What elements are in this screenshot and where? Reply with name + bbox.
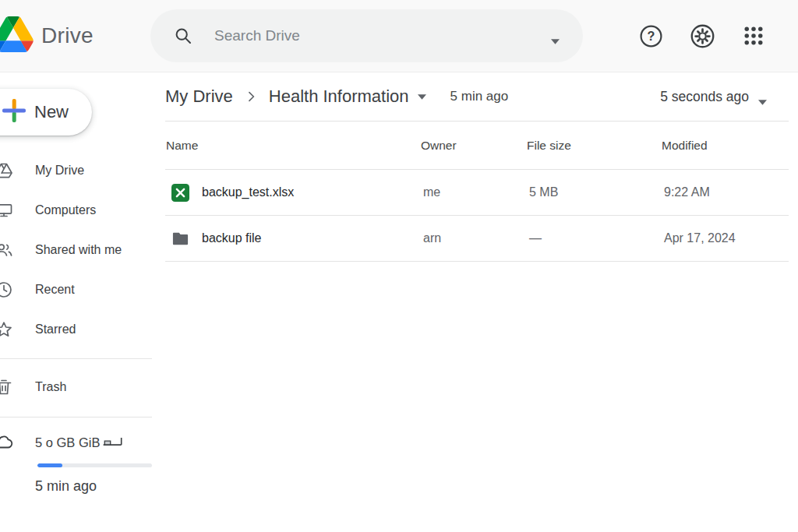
sidebar-divider bbox=[0, 417, 152, 417]
folder-modified-hint: 5 min ago bbox=[450, 89, 509, 104]
file-modified: Apr 17, 2024 bbox=[662, 231, 798, 245]
sidebar-nav: My Drive Computers bbox=[0, 150, 152, 495]
sidebar-item-starred[interactable]: Starred bbox=[0, 309, 152, 349]
sidebar-item-label: My Drive bbox=[35, 164, 84, 178]
shared-with-me-icon bbox=[0, 241, 15, 259]
storage-progress-bar bbox=[37, 463, 152, 467]
search-icon[interactable] bbox=[174, 26, 192, 45]
trash-icon bbox=[0, 378, 15, 396]
divider bbox=[165, 261, 789, 262]
plus-icon bbox=[1, 97, 27, 127]
folder-icon bbox=[171, 230, 189, 248]
file-name: backup_test.xlsx bbox=[202, 185, 294, 199]
breadcrumb-current-folder[interactable]: Health Information bbox=[269, 86, 409, 107]
search-options-caret-icon[interactable] bbox=[551, 33, 560, 39]
sync-status[interactable]: 5 seconds ago bbox=[660, 89, 767, 105]
search-bar[interactable] bbox=[150, 9, 583, 62]
file-size: — bbox=[527, 231, 662, 245]
breadcrumb: My Drive Health Information 5 min ago 5 … bbox=[152, 72, 798, 121]
folder-menu-caret-icon[interactable] bbox=[418, 94, 426, 100]
storage-label: 5 o GB GiB bbox=[35, 435, 100, 450]
breadcrumb-my-drive[interactable]: My Drive bbox=[165, 86, 233, 107]
settings-icon[interactable] bbox=[690, 23, 715, 49]
my-drive-icon bbox=[0, 161, 15, 180]
sidebar-item-label: Trash bbox=[35, 380, 66, 394]
file-list-header: Name Owner File size Modified bbox=[152, 122, 798, 169]
sidebar-item-recent[interactable]: Recent bbox=[0, 270, 152, 309]
sidebar-item-trash[interactable]: Trash bbox=[0, 367, 152, 407]
help-icon[interactable]: ? bbox=[639, 24, 663, 48]
svg-text:?: ? bbox=[648, 28, 655, 42]
recent-icon bbox=[0, 280, 15, 299]
storage-progress-fill bbox=[37, 463, 62, 467]
column-header-owner[interactable]: Owner bbox=[421, 139, 527, 153]
file-modified: 9:22 AM bbox=[662, 185, 798, 199]
excel-file-icon bbox=[171, 184, 189, 202]
new-button[interactable]: New bbox=[0, 89, 92, 136]
sidebar-item-my-drive[interactable]: My Drive bbox=[0, 150, 152, 190]
corrupted-glyph-icon bbox=[102, 435, 124, 451]
table-row-backup-file[interactable]: backup file arn — Apr 17, 2024 bbox=[152, 216, 798, 261]
table-row-backup-test-xlsx[interactable]: backup_test.xlsx me 5 MB 9:22 AM bbox=[152, 170, 798, 215]
file-name: backup file bbox=[202, 231, 262, 245]
storage-section[interactable]: 5 o GB GiB 5 min ago bbox=[0, 433, 152, 495]
header-actions: ? bbox=[639, 23, 798, 49]
file-owner: me bbox=[421, 185, 527, 199]
sync-caret-icon[interactable] bbox=[758, 94, 767, 100]
sidebar-item-shared-with-me[interactable]: Shared with me bbox=[0, 230, 152, 270]
sync-status-text: 5 seconds ago bbox=[660, 89, 749, 105]
storage-updated-text: 5 min ago bbox=[35, 478, 152, 495]
top-header: Drive ? bbox=[0, 0, 798, 72]
starred-icon bbox=[0, 320, 15, 339]
sidebar-item-computers[interactable]: Computers bbox=[0, 190, 152, 230]
new-button-label: New bbox=[34, 102, 69, 122]
sidebar-item-label: Shared with me bbox=[35, 243, 122, 257]
column-header-modified[interactable]: Modified bbox=[662, 139, 798, 153]
column-header-name[interactable]: Name bbox=[166, 139, 421, 153]
sidebar-item-label: Starred bbox=[35, 322, 76, 336]
drive-logo-area[interactable]: Drive bbox=[0, 0, 150, 72]
file-owner: arn bbox=[421, 231, 527, 245]
apps-grid-icon[interactable] bbox=[742, 24, 765, 48]
main-panel: My Drive Health Information 5 min ago 5 … bbox=[152, 72, 798, 532]
file-size: 5 MB bbox=[527, 185, 662, 199]
search-input[interactable] bbox=[214, 27, 551, 44]
cloud-icon bbox=[0, 433, 15, 452]
app-title: Drive bbox=[41, 23, 94, 48]
sidebar-item-label: Computers bbox=[35, 203, 96, 217]
computers-icon bbox=[0, 201, 15, 220]
chevron-right-icon bbox=[243, 89, 259, 104]
sidebar: New My Drive Compute bbox=[0, 72, 152, 532]
drive-logo-icon bbox=[0, 16, 34, 55]
sidebar-divider bbox=[0, 358, 152, 359]
column-header-size[interactable]: File size bbox=[527, 139, 662, 153]
sidebar-item-label: Recent bbox=[35, 283, 75, 297]
